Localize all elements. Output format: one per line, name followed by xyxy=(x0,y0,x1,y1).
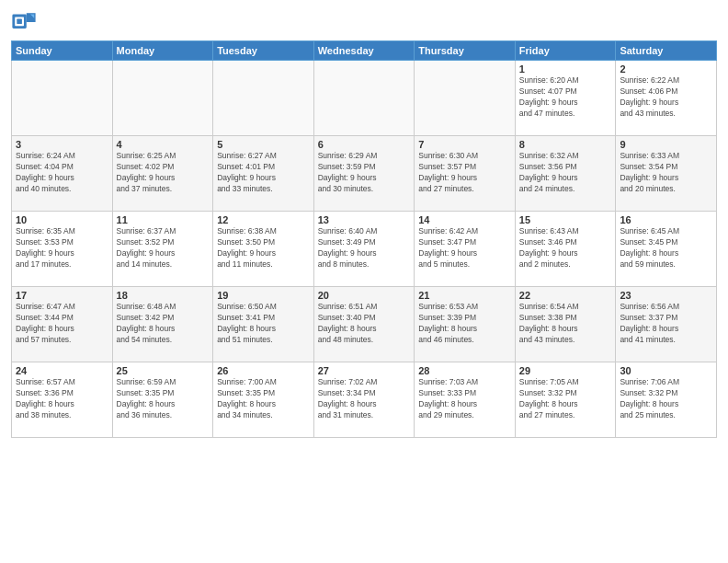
day-cell: 2Sunrise: 6:22 AM Sunset: 4:06 PM Daylig… xyxy=(616,61,717,136)
day-cell: 19Sunrise: 6:50 AM Sunset: 3:41 PM Dayli… xyxy=(213,287,314,362)
day-info: Sunrise: 7:02 AM Sunset: 3:34 PM Dayligh… xyxy=(318,377,411,421)
day-cell: 9Sunrise: 6:33 AM Sunset: 3:54 PM Daylig… xyxy=(616,136,717,212)
day-number: 4 xyxy=(117,139,210,150)
day-info: Sunrise: 6:51 AM Sunset: 3:40 PM Dayligh… xyxy=(318,302,411,346)
day-cell: 6Sunrise: 6:29 AM Sunset: 3:59 PM Daylig… xyxy=(313,136,415,212)
day-number: 11 xyxy=(117,214,210,225)
day-number: 2 xyxy=(620,63,712,75)
weekday-thursday: Thursday xyxy=(415,41,516,61)
day-cell: 26Sunrise: 7:00 AM Sunset: 3:35 PM Dayli… xyxy=(213,362,314,438)
day-cell: 8Sunrise: 6:32 AM Sunset: 3:56 PM Daylig… xyxy=(515,136,616,212)
day-cell: 16Sunrise: 6:45 AM Sunset: 3:45 PM Dayli… xyxy=(616,212,717,287)
header xyxy=(11,9,717,35)
day-cell: 20Sunrise: 6:51 AM Sunset: 3:40 PM Dayli… xyxy=(313,287,415,362)
week-row-3: 17Sunrise: 6:47 AM Sunset: 3:44 PM Dayli… xyxy=(12,287,717,362)
day-number: 14 xyxy=(418,214,511,225)
day-info: Sunrise: 6:40 AM Sunset: 3:49 PM Dayligh… xyxy=(318,226,411,270)
day-number: 8 xyxy=(519,139,612,150)
day-info: Sunrise: 6:32 AM Sunset: 3:56 PM Dayligh… xyxy=(519,151,612,195)
day-number: 19 xyxy=(217,290,310,301)
day-info: Sunrise: 6:56 AM Sunset: 3:37 PM Dayligh… xyxy=(620,302,712,346)
day-info: Sunrise: 6:37 AM Sunset: 3:52 PM Dayligh… xyxy=(117,226,210,270)
day-number: 23 xyxy=(620,290,712,301)
day-info: Sunrise: 7:06 AM Sunset: 3:32 PM Dayligh… xyxy=(620,377,712,421)
day-cell xyxy=(415,61,516,136)
day-info: Sunrise: 6:27 AM Sunset: 4:01 PM Dayligh… xyxy=(217,151,310,195)
day-number: 22 xyxy=(519,290,612,301)
day-info: Sunrise: 6:53 AM Sunset: 3:39 PM Dayligh… xyxy=(418,302,511,346)
day-number: 24 xyxy=(16,365,108,376)
day-info: Sunrise: 7:00 AM Sunset: 3:35 PM Dayligh… xyxy=(217,377,310,421)
day-number: 12 xyxy=(217,214,310,225)
weekday-wednesday: Wednesday xyxy=(313,41,415,61)
day-number: 6 xyxy=(318,139,411,150)
day-info: Sunrise: 6:25 AM Sunset: 4:02 PM Dayligh… xyxy=(117,151,210,195)
day-info: Sunrise: 7:03 AM Sunset: 3:33 PM Dayligh… xyxy=(418,377,511,421)
day-number: 17 xyxy=(16,290,108,301)
day-cell: 13Sunrise: 6:40 AM Sunset: 3:49 PM Dayli… xyxy=(313,212,415,287)
day-number: 7 xyxy=(418,139,511,150)
day-cell: 22Sunrise: 6:54 AM Sunset: 3:38 PM Dayli… xyxy=(515,287,616,362)
day-number: 18 xyxy=(117,290,210,301)
day-info: Sunrise: 6:57 AM Sunset: 3:36 PM Dayligh… xyxy=(16,377,108,421)
day-info: Sunrise: 6:47 AM Sunset: 3:44 PM Dayligh… xyxy=(16,302,108,346)
day-number: 25 xyxy=(117,365,210,376)
day-number: 3 xyxy=(16,139,108,150)
day-info: Sunrise: 6:30 AM Sunset: 3:57 PM Dayligh… xyxy=(418,151,511,195)
day-cell xyxy=(313,61,415,136)
day-info: Sunrise: 7:05 AM Sunset: 3:32 PM Dayligh… xyxy=(519,377,612,421)
day-info: Sunrise: 6:24 AM Sunset: 4:04 PM Dayligh… xyxy=(16,151,108,195)
day-number: 5 xyxy=(217,139,310,150)
day-info: Sunrise: 6:59 AM Sunset: 3:35 PM Dayligh… xyxy=(117,377,210,421)
day-number: 29 xyxy=(519,365,612,376)
logo-icon xyxy=(11,9,37,35)
logo xyxy=(11,9,40,35)
page-container: SundayMondayTuesdayWednesdayThursdayFrid… xyxy=(0,0,728,563)
day-info: Sunrise: 6:48 AM Sunset: 3:42 PM Dayligh… xyxy=(117,302,210,346)
day-cell: 5Sunrise: 6:27 AM Sunset: 4:01 PM Daylig… xyxy=(213,136,314,212)
day-number: 28 xyxy=(418,365,511,376)
calendar: SundayMondayTuesdayWednesdayThursdayFrid… xyxy=(11,40,717,438)
day-cell: 21Sunrise: 6:53 AM Sunset: 3:39 PM Dayli… xyxy=(415,287,516,362)
day-cell: 23Sunrise: 6:56 AM Sunset: 3:37 PM Dayli… xyxy=(616,287,717,362)
day-cell: 3Sunrise: 6:24 AM Sunset: 4:04 PM Daylig… xyxy=(12,136,113,212)
day-cell: 14Sunrise: 6:42 AM Sunset: 3:47 PM Dayli… xyxy=(415,212,516,287)
day-cell: 24Sunrise: 6:57 AM Sunset: 3:36 PM Dayli… xyxy=(12,362,113,438)
day-cell: 12Sunrise: 6:38 AM Sunset: 3:50 PM Dayli… xyxy=(213,212,314,287)
day-number: 10 xyxy=(16,214,108,225)
day-info: Sunrise: 6:22 AM Sunset: 4:06 PM Dayligh… xyxy=(620,75,712,120)
day-number: 1 xyxy=(519,63,612,75)
week-row-2: 10Sunrise: 6:35 AM Sunset: 3:53 PM Dayli… xyxy=(12,212,717,287)
day-info: Sunrise: 6:54 AM Sunset: 3:38 PM Dayligh… xyxy=(519,302,612,346)
day-info: Sunrise: 6:45 AM Sunset: 3:45 PM Dayligh… xyxy=(620,226,712,270)
weekday-monday: Monday xyxy=(112,41,213,61)
week-row-4: 24Sunrise: 6:57 AM Sunset: 3:36 PM Dayli… xyxy=(12,362,717,438)
day-info: Sunrise: 6:33 AM Sunset: 3:54 PM Dayligh… xyxy=(620,151,712,195)
day-info: Sunrise: 6:35 AM Sunset: 3:53 PM Dayligh… xyxy=(16,226,108,270)
day-number: 13 xyxy=(318,214,411,225)
day-info: Sunrise: 6:20 AM Sunset: 4:07 PM Dayligh… xyxy=(519,75,612,120)
day-number: 30 xyxy=(620,365,712,376)
day-cell: 17Sunrise: 6:47 AM Sunset: 3:44 PM Dayli… xyxy=(12,287,113,362)
day-cell: 30Sunrise: 7:06 AM Sunset: 3:32 PM Dayli… xyxy=(616,362,717,438)
day-number: 15 xyxy=(519,214,612,225)
svg-rect-2 xyxy=(17,19,22,25)
weekday-saturday: Saturday xyxy=(616,41,717,61)
day-info: Sunrise: 6:29 AM Sunset: 3:59 PM Dayligh… xyxy=(318,151,411,195)
day-cell: 15Sunrise: 6:43 AM Sunset: 3:46 PM Dayli… xyxy=(515,212,616,287)
day-cell xyxy=(12,61,113,136)
day-cell xyxy=(112,61,213,136)
day-cell: 10Sunrise: 6:35 AM Sunset: 3:53 PM Dayli… xyxy=(12,212,113,287)
day-number: 21 xyxy=(418,290,511,301)
weekday-tuesday: Tuesday xyxy=(213,41,314,61)
weekday-friday: Friday xyxy=(515,41,616,61)
day-cell: 1Sunrise: 6:20 AM Sunset: 4:07 PM Daylig… xyxy=(515,61,616,136)
day-cell: 11Sunrise: 6:37 AM Sunset: 3:52 PM Dayli… xyxy=(112,212,213,287)
day-cell: 18Sunrise: 6:48 AM Sunset: 3:42 PM Dayli… xyxy=(112,287,213,362)
day-cell: 4Sunrise: 6:25 AM Sunset: 4:02 PM Daylig… xyxy=(112,136,213,212)
day-cell xyxy=(213,61,314,136)
day-number: 20 xyxy=(318,290,411,301)
week-row-1: 3Sunrise: 6:24 AM Sunset: 4:04 PM Daylig… xyxy=(12,136,717,212)
day-info: Sunrise: 6:38 AM Sunset: 3:50 PM Dayligh… xyxy=(217,226,310,270)
day-number: 27 xyxy=(318,365,411,376)
